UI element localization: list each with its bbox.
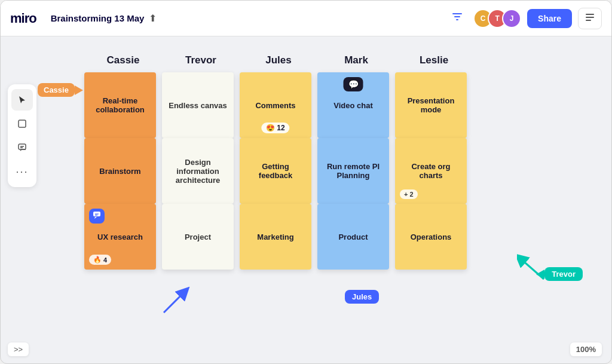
sticky-text: Presentation mode: [401, 96, 461, 114]
share-button[interactable]: Share: [527, 9, 572, 28]
sticky-text: Run remote PI Planning: [323, 162, 383, 180]
filter-button[interactable]: [447, 7, 467, 30]
left-toolbar: ···: [8, 84, 36, 187]
col-header-mark: Mark: [320, 54, 392, 66]
sticky-leslie-row2[interactable]: Create org charts + 2: [395, 138, 467, 204]
zoom-indicator: 100%: [570, 342, 602, 356]
avatar-jules: J: [502, 9, 521, 28]
board-grid: Cassie Trevor Jules Mark Leslie Real-tim…: [84, 54, 605, 270]
sticky-text: Create org charts: [401, 162, 461, 180]
svg-rect-2: [456, 19, 458, 20]
sticky-text: UX research: [97, 233, 143, 241]
sticky-leslie-row3[interactable]: Operations: [395, 204, 467, 270]
board-title: Brainstorming 13 May: [51, 13, 145, 23]
sticky-mark-row2[interactable]: Run remote PI Planning: [317, 138, 389, 204]
col-header-trevor: Trevor: [165, 54, 237, 66]
header-right: C T J Share: [447, 7, 602, 30]
jules-arrow-svg: [161, 286, 191, 316]
sticky-cassie-row2[interactable]: Brainstorm: [84, 138, 156, 204]
board-row-2: Brainstorm Design information architectu…: [84, 138, 605, 204]
sticky-note-tool[interactable]: [11, 113, 33, 134]
miro-logo: miro: [10, 11, 36, 26]
svg-rect-3: [586, 14, 594, 15]
sticky-jules-row3[interactable]: Marketing: [240, 204, 311, 270]
sticky-jules-row2[interactable]: Getting feedback: [240, 138, 311, 204]
column-headers: Cassie Trevor Jules Mark Leslie: [84, 54, 605, 66]
chat-icon-overlay: [89, 209, 105, 224]
trevor-cursor-label: Trevor: [544, 267, 583, 281]
mark-cursor-icon: 💬: [344, 77, 363, 91]
sticky-leslie-row1[interactable]: Presentation mode: [395, 72, 467, 138]
board-title-button[interactable]: Brainstorming 13 May ⬆: [46, 10, 162, 26]
app-container: miro Brainstorming 13 May ⬆ C T J Share: [0, 0, 612, 364]
expand-left-button[interactable]: >>: [8, 342, 29, 356]
board-row-1: Real-time collaboration Endless canvas C…: [84, 72, 605, 138]
sticky-jules-row1[interactable]: Comments 😍 12: [240, 72, 311, 138]
notes-button[interactable]: [578, 8, 602, 29]
svg-rect-1: [454, 16, 460, 17]
more-icon: ···: [16, 166, 28, 178]
col-header-cassie: Cassie: [87, 54, 159, 66]
user-avatars: C T J: [473, 9, 521, 28]
svg-rect-5: [586, 20, 591, 21]
svg-rect-0: [452, 13, 462, 14]
fire-badge: 🔥 4: [89, 255, 111, 265]
sticky-text: Project: [185, 233, 211, 241]
sticky-cassie-row3[interactable]: UX research 🔥 4: [84, 204, 156, 270]
add-reaction-badge[interactable]: + 2: [400, 189, 418, 199]
jules-cursor-label: Jules: [345, 290, 379, 304]
sticky-text: Real-time collaboration: [90, 96, 150, 114]
sticky-text: Marketing: [257, 233, 293, 241]
cassie-cursor-label: Cassie: [38, 83, 75, 97]
sticky-text: Product: [338, 233, 368, 241]
col-header-leslie: Leslie: [398, 54, 470, 66]
cursor-tool[interactable]: [11, 89, 33, 111]
sticky-cassie-row1[interactable]: Real-time collaboration: [84, 72, 156, 138]
sticky-text: Design information architecture: [168, 158, 228, 185]
sticky-mark-row1[interactable]: 💬 Video chat: [317, 72, 389, 138]
more-tools[interactable]: ···: [11, 161, 33, 182]
sticky-text: Getting feedback: [246, 162, 305, 180]
sticky-trevor-row1[interactable]: Endless canvas: [162, 72, 234, 138]
upload-icon: ⬆: [149, 13, 157, 24]
canvas: ··· Cassie Cassie Trevor Jules Mark Lesl…: [1, 36, 611, 363]
sticky-text: Operations: [411, 233, 452, 241]
col-header-jules: Jules: [243, 54, 314, 66]
sticky-trevor-row3[interactable]: Project: [162, 204, 234, 270]
sticky-text: Brainstorm: [99, 167, 140, 176]
sticky-trevor-row2[interactable]: Design information architecture: [162, 138, 234, 204]
emoji-badge: 😍 12: [261, 123, 289, 133]
header: miro Brainstorming 13 May ⬆ C T J Share: [1, 1, 611, 36]
comment-tool[interactable]: [11, 137, 33, 158]
sticky-text: Endless canvas: [169, 101, 227, 110]
sticky-text: Video chat: [333, 101, 373, 110]
sticky-mark-row3[interactable]: Product: [317, 204, 389, 270]
svg-rect-6: [19, 120, 26, 127]
svg-rect-4: [586, 17, 594, 18]
sticky-text: Comments: [255, 101, 295, 110]
